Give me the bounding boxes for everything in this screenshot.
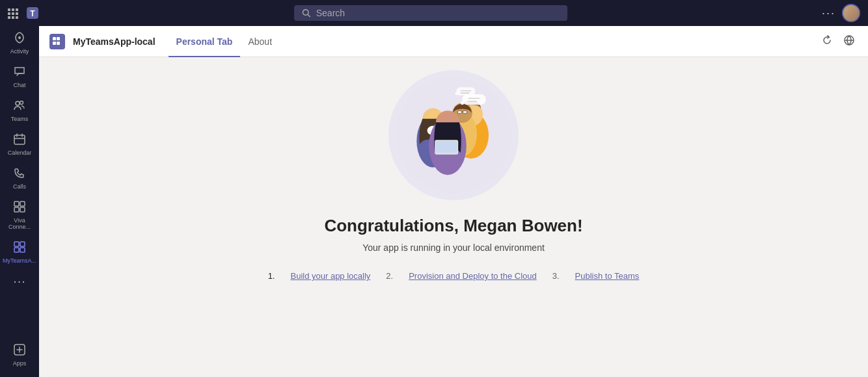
step-1-link[interactable]: Build your app locally [290, 271, 370, 281]
svg-rect-33 [457, 110, 461, 114]
sidebar-item-myteams[interactable]: MyTeamsA... [0, 235, 39, 269]
avatar[interactable] [842, 4, 860, 22]
sidebar-item-calls[interactable]: Calls [0, 161, 39, 195]
myteams-icon [13, 240, 26, 255]
header-actions [819, 32, 858, 51]
people-illustration [395, 77, 512, 194]
teams-logo-icon: T [25, 5, 40, 21]
svg-point-5 [16, 101, 20, 105]
congrats-subtitle: Your app is running in your local enviro… [362, 242, 545, 253]
sidebar-item-viva[interactable]: Viva Conne... [0, 195, 39, 235]
svg-rect-13 [14, 207, 19, 212]
svg-rect-18 [20, 248, 25, 252]
step-separator-1: 2. [386, 271, 393, 281]
add-apps-icon [13, 343, 26, 358]
viva-connect-icon [13, 200, 26, 215]
waffle-icon[interactable] [8, 8, 18, 19]
calls-icon [13, 166, 26, 181]
svg-rect-39 [436, 141, 457, 153]
search-icon [302, 8, 310, 18]
svg-rect-17 [14, 248, 19, 252]
svg-line-3 [308, 14, 310, 16]
sidebar-item-calendar[interactable]: Calendar [0, 127, 39, 161]
svg-point-45 [455, 92, 458, 96]
sidebar-item-chat[interactable]: Chat [0, 60, 39, 94]
sidebar-item-apps[interactable]: Apps [0, 338, 39, 372]
svg-rect-44 [457, 87, 476, 96]
sidebar-item-teams-label: Teams [11, 116, 29, 122]
step-2-link[interactable]: Provision and Deploy to the Cloud [409, 271, 537, 281]
svg-point-41 [461, 101, 464, 105]
svg-text:T: T [30, 9, 35, 18]
sidebar-item-chat-label: Chat [13, 82, 25, 88]
sidebar-item-activity-label: Activity [10, 48, 29, 55]
sidebar-item-more[interactable]: ··· [0, 269, 39, 292]
tabs: Personal Tab About [169, 26, 280, 57]
app-title: MyTeamsApp-local [73, 36, 156, 47]
svg-rect-34 [463, 110, 467, 114]
sidebar-item-activity[interactable]: Activity [0, 26, 39, 60]
svg-rect-14 [20, 207, 25, 212]
sidebar-item-apps-label: Apps [13, 360, 27, 367]
sidebar-item-viva-label: Viva Conne... [3, 217, 36, 230]
search-input[interactable] [316, 8, 560, 18]
activity-icon [13, 31, 26, 46]
refresh-button[interactable] [819, 32, 835, 51]
main-header: MyTeamsApp-local Personal Tab About [39, 26, 868, 57]
svg-rect-40 [463, 94, 486, 105]
topbar-right: ··· [822, 4, 860, 22]
sidebar-item-teams[interactable]: Teams [0, 94, 39, 127]
step-3-link[interactable]: Publish to Teams [575, 271, 640, 281]
step-1-num: 1. [268, 271, 275, 281]
svg-rect-12 [20, 202, 25, 206]
sidebar-item-calls-label: Calls [13, 183, 26, 190]
sidebar-item-myteams-label: MyTeamsA... [3, 257, 36, 264]
more-icon: ··· [13, 274, 26, 287]
calendar-icon [13, 133, 26, 148]
svg-rect-11 [14, 202, 19, 206]
svg-rect-15 [14, 242, 19, 246]
globe-button[interactable] [841, 32, 858, 51]
tab-personal[interactable]: Personal Tab [169, 27, 241, 57]
more-options-icon[interactable]: ··· [822, 6, 835, 20]
steps: 1. Build your app locally 2. Provision a… [268, 271, 640, 281]
main-content: Congratulations, Megan Bowen! Your app i… [39, 57, 868, 377]
app-icon [49, 34, 65, 49]
search-box[interactable] [294, 5, 567, 21]
congrats-title: Congratulations, Megan Bowen! [324, 216, 582, 236]
svg-point-6 [20, 101, 23, 105]
svg-point-4 [18, 36, 21, 39]
topbar-left: T [8, 5, 40, 21]
sidebar: Activity Chat Teams [0, 0, 39, 377]
teams-icon [13, 99, 26, 114]
topbar: T ··· [0, 0, 868, 26]
tab-about[interactable]: About [240, 27, 280, 57]
illustration [388, 70, 519, 200]
sidebar-item-calendar-label: Calendar [8, 150, 32, 156]
step-separator-2: 3. [552, 271, 560, 281]
svg-rect-16 [20, 242, 25, 246]
svg-rect-7 [14, 135, 25, 144]
chat-icon [13, 65, 26, 80]
topbar-center [40, 5, 822, 21]
